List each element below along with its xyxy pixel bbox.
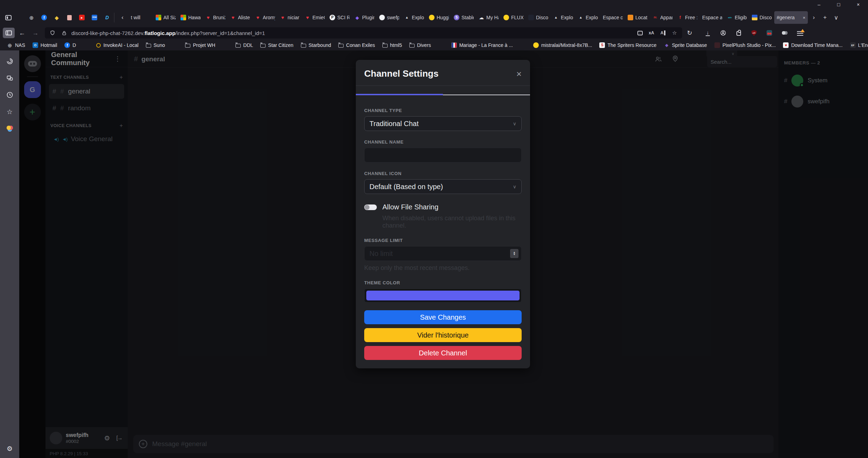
- browser-tab[interactable]: Discor: [749, 11, 774, 24]
- browser-tab[interactable]: P SCI RE: [327, 11, 352, 24]
- pinned-tab[interactable]: DSM: [91, 13, 98, 22]
- server-menu-kebab-icon[interactable]: ⋮: [113, 55, 122, 63]
- pinned-tab[interactable]: D: [104, 13, 111, 22]
- browser-tab[interactable]: Hawai: [178, 11, 203, 24]
- bookmark-item[interactable]: [518, 42, 528, 49]
- extension-glasses-button[interactable]: [763, 28, 775, 38]
- user-avatar[interactable]: [50, 432, 62, 444]
- browser-tab[interactable]: ▲ Explor: [551, 11, 576, 24]
- browser-tab[interactable]: Huggi: [426, 11, 451, 24]
- refresh-button[interactable]: ↻: [684, 28, 696, 38]
- clear-history-button[interactable]: Vider l'historique: [364, 328, 522, 342]
- tab-list-button[interactable]: ∨: [831, 12, 841, 23]
- app-menu-button[interactable]: [794, 28, 806, 38]
- bookmark-item[interactable]: ⊕ NAS: [5, 42, 27, 49]
- pinned-tab[interactable]: f: [41, 13, 48, 22]
- browser-tab[interactable]: f Free :: [675, 11, 700, 24]
- add-voice-channel-button[interactable]: +: [120, 123, 123, 129]
- bookmark-item[interactable]: [436, 42, 446, 49]
- bookmark-item[interactable]: Divers: [407, 42, 433, 49]
- extension-dots-button[interactable]: [779, 28, 791, 38]
- reader-mode-icon[interactable]: A: [659, 29, 667, 37]
- theme-color-swatch[interactable]: [366, 291, 520, 300]
- browser-tab[interactable]: ▲ Explor: [576, 11, 600, 24]
- logout-icon[interactable]: [→: [115, 435, 124, 441]
- bookmark-item[interactable]: f D: [62, 42, 78, 49]
- message-input[interactable]: [152, 440, 768, 448]
- member-row[interactable]: # swefpifh: [784, 96, 862, 107]
- pinned-tab[interactable]: ⊕: [28, 13, 35, 22]
- bookmark-item[interactable]: Mariage - La France à ...: [449, 42, 515, 49]
- spinner-down-icon[interactable]: ▾: [514, 254, 515, 256]
- channel-name-input[interactable]: [364, 148, 522, 162]
- tab-close-icon[interactable]: ×: [802, 15, 805, 20]
- server-button-general-community[interactable]: G: [24, 81, 41, 98]
- scroll-tabs-left-button[interactable]: ‹: [117, 12, 128, 23]
- bookmark-item[interactable]: S The Spriters Resource: [597, 42, 658, 49]
- ublock-extension-button[interactable]: uO: [748, 28, 760, 38]
- window-maximize-button[interactable]: □: [829, 0, 848, 9]
- bookmark-item[interactable]: html5: [380, 42, 404, 49]
- bookmark-item[interactable]: Star Citizen: [258, 42, 295, 49]
- add-text-channel-button[interactable]: +: [120, 74, 123, 81]
- browser-tab[interactable]: ♥ Alister: [228, 11, 253, 24]
- location-pin-icon[interactable]: [671, 55, 679, 62]
- sidebar-toggle-button[interactable]: [3, 28, 15, 38]
- add-server-button[interactable]: +: [24, 104, 41, 120]
- message-limit-input[interactable]: [364, 246, 522, 261]
- browser-tab[interactable]: SL Appar: [650, 11, 675, 24]
- window-close-button[interactable]: ×: [848, 0, 868, 9]
- browser-tab[interactable]: ♥ niciar: [277, 11, 302, 24]
- browser-tab[interactable]: swefpi: [377, 11, 402, 24]
- search-input[interactable]: [707, 56, 777, 67]
- browser-tab[interactable]: #genera ×: [774, 11, 808, 24]
- bookmark-item[interactable]: DDL: [233, 42, 255, 49]
- browser-tab[interactable]: ▲ Explor: [402, 11, 426, 24]
- browser-tab[interactable]: S Stable: [451, 11, 476, 24]
- bookmark-item[interactable]: InvokeAI - Local: [94, 42, 140, 49]
- voice-channel-item[interactable]: ◄) ◄) Voice General: [45, 135, 128, 143]
- bookmark-item[interactable]: Starbound: [299, 42, 333, 49]
- sidebar-settings-gear-icon[interactable]: ⚙: [6, 445, 14, 452]
- member-row[interactable]: # System: [784, 75, 862, 86]
- text-channel-item[interactable]: # # general: [49, 84, 124, 99]
- bookmark-item[interactable]: ◆ Sprite Database: [662, 42, 709, 49]
- url-bar[interactable]: discord-like-php-chat-7262.dev.flatlogic…: [45, 27, 682, 39]
- save-changes-button[interactable]: Save Changes: [364, 310, 522, 324]
- firefox-view-button[interactable]: [2, 11, 15, 24]
- bookmark-item[interactable]: Projet WH: [183, 42, 217, 49]
- pinned-tab[interactable]: ▶: [78, 13, 85, 22]
- browser-tab[interactable]: Espace clie: [600, 11, 625, 24]
- bookmark-item[interactable]: Suno: [144, 42, 167, 49]
- translate-icon[interactable]: xA: [647, 29, 656, 37]
- forward-button[interactable]: →: [29, 28, 41, 38]
- history-clock-icon[interactable]: [6, 91, 14, 99]
- pinned-tab[interactable]: ◆: [53, 13, 60, 22]
- downloads-button[interactable]: ↓: [702, 28, 714, 38]
- discord-home-button[interactable]: [24, 55, 41, 72]
- browser-tab[interactable]: ☁ My Ha: [476, 11, 501, 24]
- members-toggle-icon[interactable]: [655, 55, 662, 63]
- modal-tab[interactable]: [443, 86, 530, 95]
- scroll-tabs-right-button[interactable]: ›: [809, 12, 819, 23]
- attach-plus-icon[interactable]: +: [139, 440, 147, 448]
- browser-tab[interactable]: Locati: [625, 11, 650, 24]
- browser-tab[interactable]: t will: [128, 11, 153, 24]
- new-tab-button[interactable]: +: [820, 12, 830, 23]
- bookmark-item[interactable]: EF L'Encyclopédie Fantast...: [848, 42, 868, 49]
- number-spinner[interactable]: ▴ ▾: [510, 249, 518, 258]
- text-channel-item[interactable]: # # random: [49, 101, 124, 116]
- account-button[interactable]: [717, 28, 729, 38]
- server-header[interactable]: General Community ⋮: [45, 50, 128, 67]
- extensions-button[interactable]: [733, 28, 744, 38]
- delete-channel-button[interactable]: Delete Channel: [364, 346, 522, 360]
- browser-tab[interactable]: adn Eligibi: [725, 11, 749, 24]
- file-sharing-toggle[interactable]: [364, 204, 377, 210]
- bookmark-star-icon[interactable]: ☆: [670, 29, 679, 37]
- containers-palette-icon[interactable]: [6, 125, 14, 132]
- ai-chatbot-icon[interactable]: [6, 57, 14, 65]
- browser-tab[interactable]: ◆ Plugin: [352, 11, 377, 24]
- bookmark-item[interactable]: Conan Exiles: [336, 42, 377, 49]
- channel-type-select[interactable]: Traditional Chat ∨: [364, 116, 522, 131]
- bookmark-item[interactable]: [170, 42, 180, 49]
